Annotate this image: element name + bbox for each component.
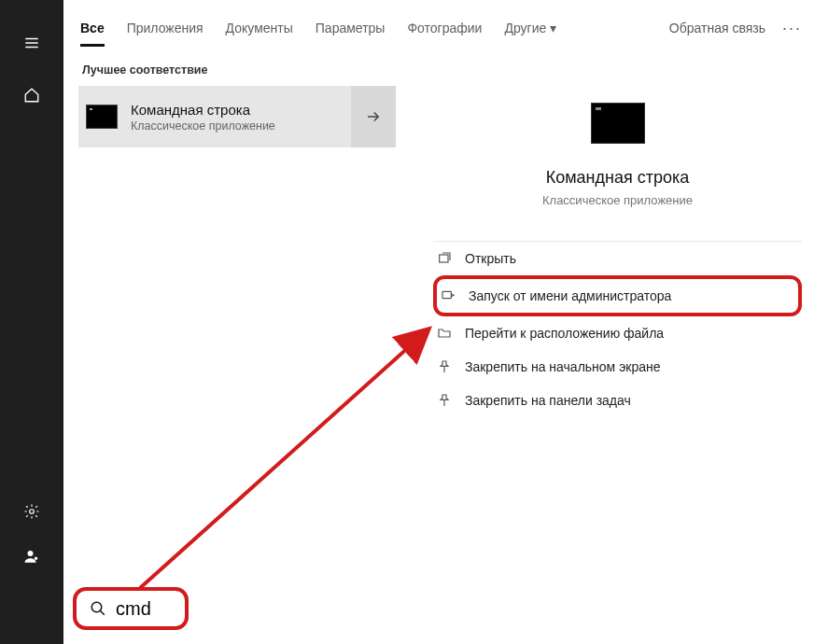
action-list: Открыть Запуск от имени администратора П… [433, 241, 802, 417]
best-match-title: Командная строка [131, 102, 351, 118]
search-box[interactable] [73, 587, 189, 630]
svg-line-12 [100, 610, 105, 615]
tab-settings[interactable]: Параметры [304, 0, 397, 56]
action-pin-taskbar[interactable]: Закрепить на панели задач [433, 384, 802, 417]
search-area [73, 584, 189, 633]
tab-documents[interactable]: Документы [215, 0, 304, 56]
cmd-icon [86, 105, 118, 129]
best-match-label: Лучшее соответствие [78, 56, 396, 86]
action-open[interactable]: Открыть [433, 242, 802, 275]
svg-point-11 [91, 602, 102, 612]
feedback-link[interactable]: Обратная связь [662, 21, 773, 35]
search-main: Все Приложения Документы Параметры Фотог… [63, 0, 828, 644]
action-pin-start[interactable]: Закрепить на начальном экране [433, 350, 802, 384]
search-input[interactable] [116, 598, 172, 620]
svg-point-5 [35, 557, 37, 560]
tab-all[interactable]: Все [69, 0, 116, 56]
gear-icon[interactable] [9, 489, 54, 534]
filter-tabs: Все Приложения Документы Параметры Фотог… [63, 0, 828, 56]
action-open-location[interactable]: Перейти к расположению файла [433, 316, 802, 350]
open-icon [437, 251, 452, 266]
pin-start-icon [437, 359, 452, 374]
cmd-preview-icon [591, 103, 645, 144]
svg-rect-7 [440, 255, 448, 262]
svg-point-3 [30, 510, 35, 514]
chevron-down-icon: ▾ [550, 21, 556, 35]
pin-taskbar-icon [437, 393, 452, 408]
folder-icon [437, 326, 452, 341]
search-icon [90, 600, 106, 617]
tab-photos[interactable]: Фотографии [396, 0, 493, 56]
start-sidebar [0, 0, 63, 644]
preview-subtitle: Классическое приложение [542, 193, 693, 207]
best-match-result[interactable]: Командная строка Классическое приложение [78, 86, 396, 147]
preview-title: Командная строка [546, 168, 690, 188]
expand-arrow-icon[interactable] [351, 86, 396, 147]
tab-more[interactable]: Другие▾ [493, 0, 568, 56]
person-icon[interactable] [9, 534, 54, 579]
svg-rect-8 [442, 291, 451, 298]
hamburger-icon[interactable] [9, 21, 54, 65]
action-run-as-admin[interactable]: Запуск от имени администратора [433, 275, 802, 316]
more-icon[interactable]: ··· [773, 19, 811, 38]
results-column: Лучшее соответствие Командная строка Кла… [78, 56, 396, 644]
start-search-panel: Все Приложения Документы Параметры Фотог… [0, 0, 828, 644]
best-match-subtitle: Классическое приложение [131, 119, 351, 133]
admin-icon [441, 288, 456, 303]
svg-point-4 [28, 551, 34, 556]
home-icon[interactable] [9, 73, 54, 118]
preview-column: Командная строка Классическое приложение… [396, 56, 828, 644]
tab-apps[interactable]: Приложения [116, 0, 215, 56]
